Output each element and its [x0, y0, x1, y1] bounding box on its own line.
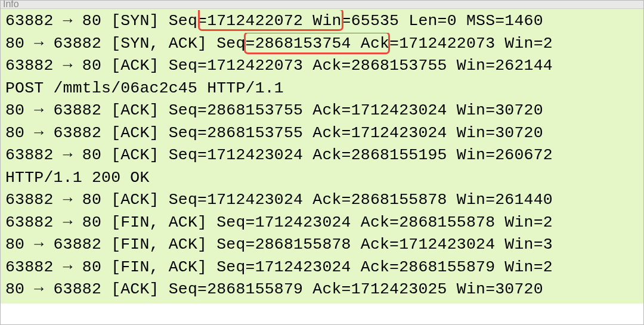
packet-info-text: 80 → 63882 [ACK] Seq=2868153755 Ack=1712… [5, 124, 543, 142]
packet-row[interactable]: 80 → 63882 [ACK] Seq=2868155879 Ack=1712… [1, 278, 643, 301]
packet-info-text: 63882 → 80 [SYN] Seq=1712422072 Win=6553… [5, 12, 543, 30]
packet-row[interactable]: 63882 → 80 [ACK] Seq=1712422073 Ack=2868… [1, 55, 643, 78]
packet-row[interactable]: 80 → 63882 [SYN, ACK] Seq=2868153754 Ack… [1, 33, 643, 55]
packet-info-text: 63882 → 80 [FIN, ACK] Seq=1712423024 Ack… [5, 258, 553, 276]
packet-info-text: 63882 → 80 [ACK] Seq=1712423024 Ack=2868… [5, 146, 553, 164]
packet-row[interactable]: 80 → 63882 [ACK] Seq=2868153755 Ack=1712… [1, 122, 643, 145]
packet-info-text: 63882 → 80 [ACK] Seq=1712423024 Ack=2868… [5, 191, 553, 209]
column-header: Info [1, 1, 643, 9]
packet-info-text: HTTP/1.1 200 OK [5, 169, 150, 187]
packet-info-text: POST /mmtls/06ac2c45 HTTP/1.1 [5, 79, 284, 97]
packet-row[interactable]: 63882 → 80 [ACK] Seq=1712423024 Ack=2868… [1, 189, 643, 212]
column-header-label: Info [3, 1, 19, 9]
packet-info-text: 63882 → 80 [FIN, ACK] Seq=1712423024 Ack… [5, 213, 553, 231]
packet-row[interactable]: 80 → 63882 [FIN, ACK] Seq=2868155878 Ack… [1, 234, 643, 256]
packet-info-text: 80 → 63882 [FIN, ACK] Seq=2868155878 Ack… [5, 236, 553, 253]
packet-info-text: 80 → 63882 [ACK] Seq=2868155879 Ack=1712… [5, 280, 543, 298]
packet-info-text: 80 → 63882 [SYN, ACK] Seq=2868153754 Ack… [5, 35, 553, 52]
packet-info-text: 80 → 63882 [ACK] Seq=2868153755 Ack=1712… [5, 101, 543, 119]
packet-row[interactable]: HTTP/1.1 200 OK [1, 167, 643, 190]
packet-info-text: 63882 → 80 [ACK] Seq=1712422073 Ack=2868… [5, 57, 553, 75]
packet-row[interactable]: 63882 → 80 [SYN] Seq=1712422072 Win=6553… [1, 10, 643, 33]
packet-row[interactable]: 80 → 63882 [ACK] Seq=2868153755 Ack=1712… [1, 100, 643, 122]
packet-row[interactable]: 63882 → 80 [ACK] Seq=1712423024 Ack=2868… [1, 144, 643, 167]
packet-row[interactable]: POST /mmtls/06ac2c45 HTTP/1.1 [1, 78, 643, 100]
packet-row[interactable]: 63882 → 80 [FIN, ACK] Seq=1712423024 Ack… [1, 256, 643, 279]
packet-row[interactable]: 63882 → 80 [FIN, ACK] Seq=1712423024 Ack… [1, 212, 643, 234]
packet-list: 63882 → 80 [SYN] Seq=1712422072 Win=6553… [1, 9, 643, 304]
